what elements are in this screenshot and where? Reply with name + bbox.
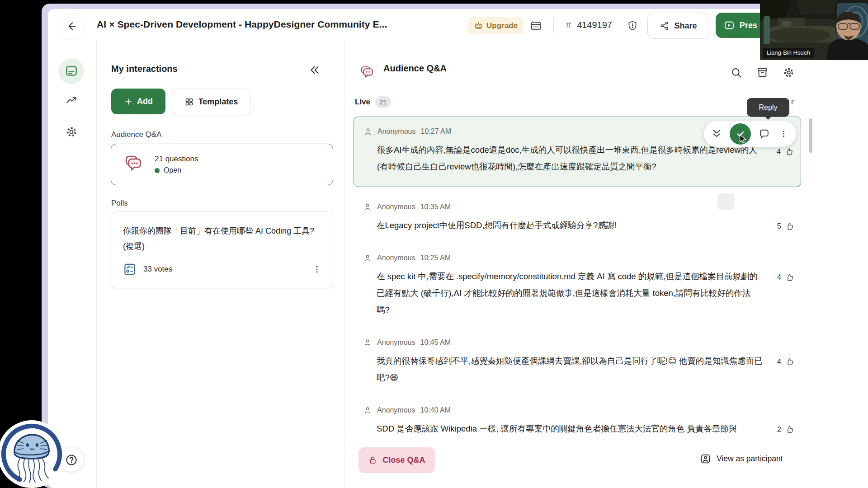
move-down-button[interactable] xyxy=(710,127,723,140)
list-scrollbar-thumb[interactable] xyxy=(809,118,812,153)
double-chevron-down-icon xyxy=(711,128,722,140)
upgrade-button[interactable]: Upgrade xyxy=(468,17,524,34)
webcam-overlay: Liang-Bin Hsueh xyxy=(760,0,868,60)
nav-settings-button[interactable] xyxy=(65,125,78,139)
question-item[interactable]: Anonymous 10:45 AM 我真的很替保哥感到不平,感覺秦姐隨便產個課… xyxy=(354,329,801,397)
vote-count: 4 xyxy=(777,358,781,366)
jellyfish-logo[interactable] xyxy=(0,420,66,488)
mark-answered-button[interactable] xyxy=(730,123,751,145)
vote-count: 4 xyxy=(777,273,781,282)
thumbs-up-icon xyxy=(785,147,794,156)
plus-icon xyxy=(124,97,133,106)
reply-tooltip-label: Reply xyxy=(759,103,778,112)
shield-alert-icon xyxy=(627,20,638,32)
reply-tooltip: Reply xyxy=(747,98,789,117)
poll-more-button[interactable] xyxy=(311,263,323,276)
interactions-icon xyxy=(65,64,78,78)
collapse-sidebar-button[interactable] xyxy=(307,62,323,78)
question-author: Anonymous xyxy=(377,127,416,136)
live-tab-label: Live xyxy=(355,98,370,107)
question-author: Anonymous xyxy=(377,338,415,347)
question-item[interactable]: Anonymous 10:40 AM SDD 是否應該跟 Wikipedia 一… xyxy=(354,397,801,437)
open-status-dot xyxy=(155,168,160,173)
search-button[interactable] xyxy=(729,65,743,80)
thumbs-up-icon xyxy=(785,221,795,231)
event-code-number: 4149197 xyxy=(577,20,612,30)
present-play-icon xyxy=(724,20,735,31)
unlock-icon xyxy=(368,455,377,465)
share-button[interactable]: Share xyxy=(647,13,709,39)
calendar-button[interactable] xyxy=(529,19,542,33)
add-button[interactable]: Add xyxy=(111,89,165,114)
question-text: 我真的很替保哥感到不平,感覺秦姐隨便產個課綱去賣課,卻以為自己是同行了呢!😊 他… xyxy=(377,352,764,386)
gear-icon xyxy=(783,66,795,79)
poll-icon xyxy=(123,263,137,276)
question-votes[interactable]: 4 xyxy=(777,357,795,366)
qa-status-label: Open xyxy=(164,166,181,174)
hover-ghost-square xyxy=(717,193,735,210)
chat-bubble-icon xyxy=(759,128,770,140)
question-text: SDD 是否應該跟 Wikipedia 一樣, 讓所有專案中的關鍵角色者擔任憲法… xyxy=(377,420,764,437)
hash-symbol: # xyxy=(566,20,571,30)
templates-button[interactable]: Templates xyxy=(172,89,250,115)
upgrade-label: Upgrade xyxy=(486,21,518,30)
crown-icon xyxy=(474,21,483,30)
nav-analytics-button[interactable] xyxy=(65,94,78,107)
archive-button[interactable] xyxy=(755,65,769,80)
poll-card[interactable]: 你跟你的團隊「目前」有在使用哪些 AI Coding 工具?(複選) 33 vo… xyxy=(111,211,333,288)
vote-count: 5 xyxy=(777,222,781,230)
question-votes[interactable]: 4 xyxy=(777,147,794,156)
question-item[interactable]: Anonymous 10:25 AM 在 spec kit 中,需要在 .spe… xyxy=(354,244,801,329)
question-votes[interactable]: 4 xyxy=(777,272,795,282)
participant-view-icon xyxy=(700,453,711,465)
event-code: # 4149197 xyxy=(566,20,612,30)
share-icon xyxy=(660,21,670,31)
question-time: 10:40 AM xyxy=(420,406,451,414)
screen: AI × Spec-Driven Development - HappyDesi… xyxy=(0,0,868,488)
anonymous-person-icon xyxy=(363,202,372,211)
close-qa-button[interactable]: Close Q&A xyxy=(359,447,435,473)
question-item[interactable]: Anonymous 10:27 AM 很多AI生成的內容,無論是code還是do… xyxy=(354,117,801,187)
footer-divider xyxy=(345,438,868,438)
header-divider-vertical xyxy=(553,18,554,33)
question-hover-toolbar xyxy=(704,121,796,147)
question-author: Anonymous xyxy=(377,406,415,414)
question-text: 在Legacy project中使用SDD,想問有什麼起手式或經驗分享?感謝! xyxy=(377,217,764,234)
view-as-participant-button[interactable]: View as participant xyxy=(700,453,783,465)
qa-settings-button[interactable] xyxy=(781,65,796,80)
rail-divider xyxy=(96,40,97,488)
qa-question-count: 21 questions xyxy=(155,155,198,164)
vote-count: 2 xyxy=(777,426,781,434)
thumbs-up-icon xyxy=(785,425,795,434)
back-button[interactable] xyxy=(58,13,85,40)
question-text: 很多AI生成的內容,無論是code還是doc,生成的人可以很快產出一堆東西,但是… xyxy=(377,141,764,175)
question-time: 10:45 AM xyxy=(420,338,451,347)
share-label: Share xyxy=(674,21,697,31)
sort-label-partial[interactable]: r xyxy=(791,98,794,107)
templates-grid-icon xyxy=(184,97,194,107)
privacy-info-button[interactable] xyxy=(626,19,639,33)
question-more-button[interactable] xyxy=(777,127,790,140)
thumbs-up-icon xyxy=(785,357,795,366)
help-icon xyxy=(65,454,78,466)
polls-section-label: Polls xyxy=(111,199,128,208)
thumbs-up-icon xyxy=(785,272,795,282)
close-qa-label: Close Q&A xyxy=(382,455,425,465)
vote-count: 4 xyxy=(777,148,781,156)
reply-button[interactable] xyxy=(758,127,770,140)
double-chevron-left-icon xyxy=(309,64,321,76)
nav-interactions-button[interactable] xyxy=(65,64,78,78)
anonymous-person-icon xyxy=(363,338,372,347)
view-as-participant-label: View as participant xyxy=(717,454,783,464)
question-time: 10:35 AM xyxy=(420,203,451,211)
mouse-cursor xyxy=(739,134,748,144)
sidebar-title: My interactions xyxy=(111,64,178,74)
main-qa-bubbles-icon xyxy=(360,65,374,80)
anonymous-person-icon xyxy=(363,127,373,136)
tab-live[interactable]: Live 21 xyxy=(355,96,391,108)
question-votes[interactable]: 2 xyxy=(777,425,795,434)
question-list: Anonymous 10:27 AM 很多AI生成的內容,無論是code還是do… xyxy=(354,114,801,437)
sidebar-divider xyxy=(344,40,345,488)
question-votes[interactable]: 5 xyxy=(777,221,795,231)
qa-summary-card[interactable]: 21 questions Open xyxy=(111,144,333,185)
